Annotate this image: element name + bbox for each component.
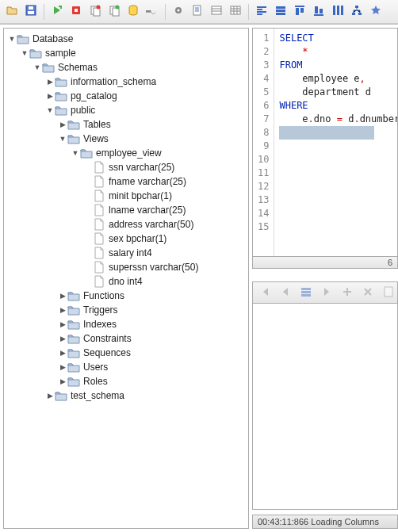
- results-grid[interactable]: [252, 304, 398, 510]
- run-green-button[interactable]: [48, 3, 66, 21]
- tree-node[interactable]: ▼Database: [6, 32, 247, 46]
- page-grid-button[interactable]: [227, 3, 244, 21]
- disclosure-right-icon[interactable]: ▶: [45, 392, 55, 400]
- align-top-button[interactable]: [291, 3, 308, 21]
- nav-add-icon: [341, 285, 354, 300]
- svg-point-7: [97, 6, 101, 10]
- code-line[interactable]: FROM: [279, 59, 398, 72]
- tree-node[interactable]: salary int4: [6, 246, 247, 260]
- sql-editor[interactable]: 1 2 3 4 5 6 7 8 9 10 11 12 13 14 15 SELE…: [252, 28, 398, 256]
- save-button[interactable]: [22, 3, 40, 21]
- code-line[interactable]: department d: [279, 86, 398, 99]
- disclosure-down-icon[interactable]: ▼: [45, 106, 55, 114]
- code-line[interactable]: [279, 193, 398, 207]
- tree-node[interactable]: ▶pg_catalog: [6, 89, 247, 103]
- tree-node[interactable]: fname varchar(25): [6, 174, 247, 189]
- tree-node[interactable]: ssn varchar(25): [6, 160, 247, 174]
- code-line[interactable]: *: [279, 45, 398, 59]
- tree-node[interactable]: ▼Schemas: [6, 60, 247, 75]
- disclosure-right-icon[interactable]: ▶: [58, 121, 67, 128]
- tree-node[interactable]: ▶Tables: [6, 117, 247, 132]
- tree-node[interactable]: ▼employee_view: [6, 146, 247, 160]
- disclosure-right-icon[interactable]: ▶: [58, 306, 67, 314]
- page-copy-button[interactable]: [189, 3, 206, 21]
- code-text[interactable]: SELECT *FROM employee e, department dWHE…: [274, 29, 398, 256]
- stop-red-button[interactable]: [67, 3, 85, 21]
- tree-node[interactable]: sex bpchar(1): [6, 232, 247, 246]
- code-line[interactable]: [279, 126, 398, 140]
- nav-del-button[interactable]: [359, 284, 377, 301]
- nav-next-button[interactable]: [318, 284, 335, 301]
- columns-button[interactable]: [329, 3, 346, 21]
- disclosure-down-icon[interactable]: ▼: [58, 135, 67, 143]
- code-line[interactable]: [279, 220, 398, 234]
- code-line[interactable]: [279, 180, 398, 193]
- tree-node[interactable]: ▶Triggers: [6, 303, 247, 317]
- tree-node[interactable]: ▼Views: [6, 132, 247, 146]
- code-line[interactable]: WHERE: [279, 99, 398, 113]
- disclosure-right-icon[interactable]: ▶: [58, 377, 67, 385]
- wrench-button[interactable]: [144, 3, 161, 21]
- disclosure-right-icon[interactable]: ▶: [58, 335, 67, 343]
- column-file-icon: [93, 161, 105, 174]
- tree-node[interactable]: address varchar(50): [6, 217, 247, 232]
- disclosure-right-icon[interactable]: ▶: [58, 292, 67, 300]
- nav-first-button[interactable]: [256, 284, 274, 301]
- disclosure-down-icon[interactable]: ▼: [20, 49, 29, 57]
- tree-node[interactable]: minit bpchar(1): [6, 189, 247, 203]
- code-line[interactable]: SELECT: [279, 32, 398, 45]
- code-line[interactable]: [279, 166, 398, 180]
- tree-label: Functions: [83, 290, 124, 301]
- svg-rect-2: [29, 6, 33, 10]
- disclosure-right-icon[interactable]: ▶: [58, 320, 67, 328]
- cylinder-button[interactable]: [124, 3, 142, 21]
- tree-node[interactable]: ▼public: [6, 103, 247, 117]
- editor-hscrollbar[interactable]: 6: [252, 256, 398, 269]
- tree-label: Roles: [83, 376, 108, 387]
- nav-prev-button[interactable]: [277, 284, 294, 301]
- disclosure-down-icon[interactable]: ▼: [71, 149, 80, 157]
- tree-node[interactable]: ▶Constraints: [6, 331, 247, 346]
- align-bottom-button[interactable]: [310, 3, 327, 21]
- nav-add-button[interactable]: [339, 284, 356, 301]
- tree-node[interactable]: dno int4: [6, 274, 247, 289]
- code-line[interactable]: employee e,: [279, 72, 398, 86]
- code-line[interactable]: e.dno = d.dnumber: [279, 113, 398, 126]
- tree-node[interactable]: ▶test_schema: [6, 388, 247, 403]
- code-line[interactable]: [279, 207, 398, 220]
- tree-node[interactable]: ▶Indexes: [6, 317, 247, 331]
- copy-button[interactable]: [105, 3, 123, 21]
- svg-rect-17: [276, 6, 285, 9]
- page-grid-icon: [229, 4, 242, 19]
- code-line[interactable]: [279, 140, 398, 153]
- page-rows-button[interactable]: [208, 3, 225, 21]
- tree-node[interactable]: ▶Roles: [6, 374, 247, 388]
- tree-node[interactable]: ▶information_schema: [6, 75, 247, 89]
- disclosure-right-icon[interactable]: ▶: [58, 363, 67, 371]
- align-left-button[interactable]: [253, 3, 270, 21]
- disclosure-down-icon[interactable]: ▼: [7, 35, 17, 43]
- disclosure-right-icon[interactable]: ▶: [45, 92, 55, 100]
- tree-node[interactable]: ▼sample: [6, 46, 247, 60]
- rows-button[interactable]: [272, 3, 289, 21]
- tree-label: Schemas: [58, 62, 98, 73]
- tree-node[interactable]: ▶Functions: [6, 289, 247, 303]
- tree-node[interactable]: lname varchar(25): [6, 203, 247, 217]
- tree-node[interactable]: ▶Users: [6, 360, 247, 374]
- star-button[interactable]: [367, 3, 385, 21]
- tree-node[interactable]: ▶Sequences: [6, 346, 247, 360]
- db-tree-pane[interactable]: ▼Database▼sample▼Schemas▶information_sch…: [3, 28, 249, 529]
- disclosure-right-icon[interactable]: ▶: [45, 78, 55, 86]
- disclosure-right-icon[interactable]: ▶: [58, 349, 67, 357]
- open-button[interactable]: [3, 3, 21, 21]
- disclosure-down-icon[interactable]: ▼: [33, 63, 42, 71]
- clone-button[interactable]: [86, 3, 104, 21]
- tree-node[interactable]: superssn varchar(50): [6, 260, 247, 274]
- hierarchy-button[interactable]: [348, 3, 365, 21]
- token: =: [337, 113, 343, 124]
- cog-button[interactable]: [170, 3, 187, 21]
- rows-button[interactable]: [297, 284, 315, 301]
- main-split: ▼Database▼sample▼Schemas▶information_sch…: [0, 24, 398, 532]
- code-line[interactable]: [279, 153, 398, 166]
- page-button[interactable]: [380, 284, 397, 301]
